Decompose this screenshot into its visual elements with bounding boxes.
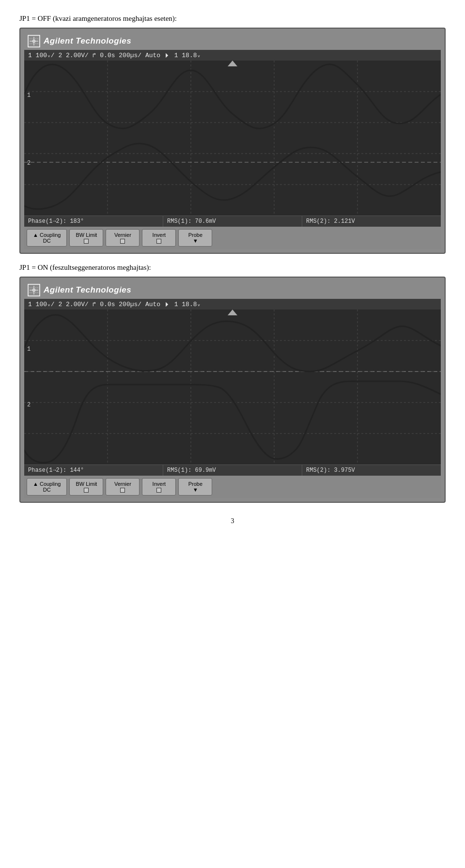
scope2-brand: Agilent Technologies	[44, 285, 131, 295]
label-jp1-off: JP1 = OFF (kvazi aramgeneratoros meghajt…	[19, 15, 446, 23]
scope2-btn-probe[interactable]: Probe ▼	[178, 478, 212, 496]
scope2-status-text: 1 100ᵥ/ 2 2.00V/ ↱ 0.0s 200µs/ Auto ⏵ 1 …	[28, 300, 201, 308]
scope1-btn-vernier[interactable]: Vernier	[106, 229, 140, 247]
agilent-logo-icon	[27, 34, 41, 48]
scope1-screen: 1 2	[24, 61, 441, 216]
scope1-meas-phase: Phase(1→2): 183°	[24, 216, 163, 227]
probe-btn-arrow: ▼	[193, 238, 198, 244]
scope1-logo: Agilent Technologies	[27, 34, 131, 48]
scope1-meas-rms2: RMS(2): 2.121V	[302, 216, 441, 227]
bwlimit-checkbox	[84, 239, 89, 244]
svg-point-23	[32, 289, 35, 292]
scope2-meas-rms2: RMS(2): 3.975V	[302, 465, 441, 476]
scope1-btn-coupling[interactable]: ▲ Coupling DC	[27, 229, 67, 247]
probe2-btn-label: Probe	[188, 481, 202, 487]
scope1-grid: 1 2	[24, 61, 441, 216]
svg-text:2: 2	[27, 160, 31, 167]
scope2-btn-invert[interactable]: Invert	[142, 478, 176, 496]
svg-point-5	[32, 40, 35, 43]
scope2-btn-bwlimit[interactable]: BW Limit	[69, 478, 103, 496]
scope1-status-bar: 1 100ᵥ/ 2 2.00V/ ↱ 0.0s 200µs/ Auto ⏵ 1 …	[24, 50, 441, 61]
bwlimit2-btn-label: BW Limit	[76, 481, 97, 487]
scope2-buttons: ▲ Coupling DC BW Limit Vernier Invert Pr…	[24, 476, 441, 498]
probe2-btn-arrow: ▼	[193, 487, 198, 493]
label-jp1-on: JP1 = ON (feszultseggeneratoros meghajta…	[19, 264, 446, 272]
scope2-logo: Agilent Technologies	[27, 283, 131, 297]
scope1-meas-rms1: RMS(1): 70.6mV	[163, 216, 302, 227]
bwlimit2-checkbox	[84, 488, 89, 493]
bwlimit-btn-label: BW Limit	[76, 232, 97, 238]
scope1-btn-invert[interactable]: Invert	[142, 229, 176, 247]
scope2-grid: 1 2	[24, 310, 441, 465]
scope1-btn-bwlimit[interactable]: BW Limit	[69, 229, 103, 247]
coupling2-btn-label: ▲ Coupling	[33, 481, 61, 487]
vernier-btn-label: Vernier	[114, 232, 131, 238]
scope2-meas-rms1: RMS(1): 69.9mV	[163, 465, 302, 476]
coupling-btn-label: ▲ Coupling	[33, 232, 61, 238]
oscilloscope-2: Agilent Technologies 1 100ᵥ/ 2 2.00V/ ↱ …	[19, 277, 446, 503]
svg-text:1: 1	[27, 92, 31, 99]
svg-text:1: 1	[27, 346, 31, 353]
oscilloscope-1: Agilent Technologies 1 100ᵥ/ 2 2.00V/ ↱ …	[19, 28, 446, 254]
svg-marker-33	[228, 310, 237, 315]
scope2-screen: 1 2	[24, 310, 441, 465]
probe-btn-label: Probe	[188, 232, 202, 238]
svg-text:2: 2	[27, 402, 31, 408]
invert2-btn-label: Invert	[153, 481, 166, 487]
scope2-btn-coupling[interactable]: ▲ Coupling DC	[27, 478, 67, 496]
vernier2-checkbox	[120, 488, 125, 493]
coupling2-btn-sub: DC	[43, 487, 51, 493]
page-footer: 3	[19, 517, 446, 525]
scope1-header: Agilent Technologies	[24, 32, 441, 49]
invert-btn-label: Invert	[153, 232, 166, 238]
agilent-logo-icon-2	[27, 283, 41, 297]
scope2-status-bar: 1 100ᵥ/ 2 2.00V/ ↱ 0.0s 200µs/ Auto ⏵ 1 …	[24, 299, 441, 310]
scope1-measurements: Phase(1→2): 183° RMS(1): 70.6mV RMS(2): …	[24, 216, 441, 227]
scope1-brand: Agilent Technologies	[44, 36, 131, 46]
invert2-checkbox	[156, 488, 161, 493]
invert-checkbox	[156, 239, 161, 244]
scope2-measurements: Phase(1→2): 144° RMS(1): 69.9mV RMS(2): …	[24, 465, 441, 476]
scope2-btn-vernier[interactable]: Vernier	[106, 478, 140, 496]
vernier-checkbox	[120, 239, 125, 244]
page-number: 3	[231, 517, 234, 525]
svg-marker-15	[228, 61, 237, 66]
scope2-header: Agilent Technologies	[24, 281, 441, 298]
vernier2-btn-label: Vernier	[114, 481, 131, 487]
scope1-buttons: ▲ Coupling DC BW Limit Vernier Invert Pr…	[24, 227, 441, 249]
scope1-status-text: 1 100ᵥ/ 2 2.00V/ ↱ 0.0s 200µs/ Auto ⏵ 1 …	[28, 51, 201, 59]
coupling-btn-sub: DC	[43, 238, 51, 244]
scope1-btn-probe[interactable]: Probe ▼	[178, 229, 212, 247]
scope2-meas-phase: Phase(1→2): 144°	[24, 465, 163, 476]
